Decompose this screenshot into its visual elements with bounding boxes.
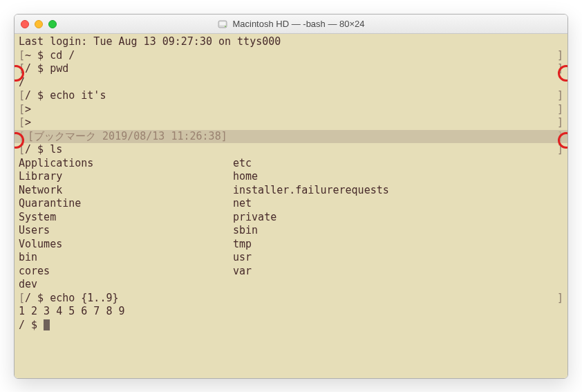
ls-row: Networkinstaller.failurerequests xyxy=(15,184,567,198)
svg-point-2 xyxy=(225,26,227,27)
terminal-line: [/ $ pwd] xyxy=(15,62,567,76)
ls-output: ApplicationsetcLibraryhomeNetworkinstall… xyxy=(15,157,567,292)
terminal-line: Last login: Tue Aug 13 09:27:30 on ttys0… xyxy=(15,35,567,49)
terminal-line: [/ $ echo {1..9}] xyxy=(15,292,567,306)
ls-item: etc xyxy=(233,157,563,171)
ls-item: private xyxy=(233,211,563,225)
traffic-lights xyxy=(21,20,57,28)
terminal-line: [/ $ echo it's] xyxy=(15,89,567,103)
ls-item xyxy=(233,278,563,292)
ls-item: dev xyxy=(19,278,233,292)
ls-row: Userssbin xyxy=(15,224,567,238)
ls-item: sbin xyxy=(233,224,563,238)
ls-item: Network xyxy=(19,184,233,198)
ls-row: Applicationsetc xyxy=(15,157,567,171)
ls-item: tmp xyxy=(233,238,563,252)
ls-item: cores xyxy=(19,265,233,279)
ls-row: dev xyxy=(15,278,567,292)
ls-item: System xyxy=(19,211,233,225)
ls-item: usr xyxy=(233,251,563,265)
terminal-line: / xyxy=(15,76,567,90)
ls-item: net xyxy=(233,197,563,211)
terminal-body[interactable]: Last login: Tue Aug 13 09:27:30 on ttys0… xyxy=(15,34,567,378)
prompt-text: / $ xyxy=(19,319,44,331)
disk-icon xyxy=(217,19,228,30)
svg-rect-0 xyxy=(218,21,227,28)
terminal-line: [>] xyxy=(15,103,567,117)
ls-item: Volumes xyxy=(19,238,233,252)
ls-row: Systemprivate xyxy=(15,211,567,225)
minimize-button[interactable] xyxy=(35,20,43,28)
ls-row: Volumestmp xyxy=(15,238,567,252)
ls-row: Libraryhome xyxy=(15,170,567,184)
ls-item: bin xyxy=(19,251,233,265)
ls-item: Applications xyxy=(19,157,233,171)
ls-item: var xyxy=(233,265,563,279)
svg-rect-1 xyxy=(220,21,226,25)
title-bar[interactable]: Macintosh HD — -bash — 80×24 xyxy=(15,15,567,34)
close-button[interactable] xyxy=(21,20,29,28)
ls-item: Quarantine xyxy=(19,197,233,211)
window-title: Macintosh HD — -bash — 80×24 xyxy=(232,19,364,29)
terminal-line: [/ $ ls] xyxy=(15,143,567,157)
ls-item: installer.failurerequests xyxy=(233,184,563,198)
maximize-button[interactable] xyxy=(48,20,57,28)
ls-row: binusr xyxy=(15,251,567,265)
ls-item: Users xyxy=(19,224,233,238)
terminal-window: Macintosh HD — -bash — 80×24 Last login:… xyxy=(14,14,568,379)
ls-row: coresvar xyxy=(15,265,567,279)
ls-row: Quarantinenet xyxy=(15,197,567,211)
ls-item: home xyxy=(233,170,563,184)
terminal-line: [>] xyxy=(15,116,567,130)
bookmark-line: [[ブックマーク 2019/08/13 11:26:38]] xyxy=(15,130,567,144)
terminal-line: 1 2 3 4 5 6 7 8 9 xyxy=(15,305,567,319)
prompt-line[interactable]: / $ xyxy=(15,319,567,333)
cursor xyxy=(44,319,50,330)
terminal-line: [~ $ cd /] xyxy=(15,49,567,63)
ls-item: Library xyxy=(19,170,233,184)
